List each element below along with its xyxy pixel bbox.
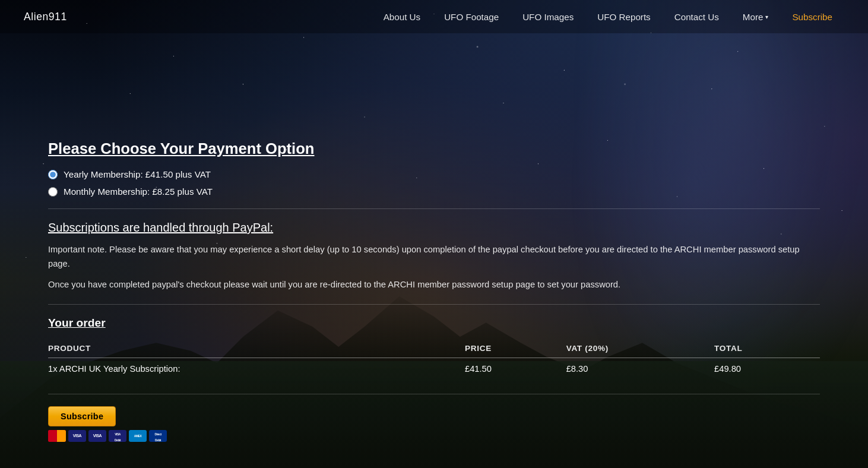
visa-icon-2: VISA (88, 430, 106, 442)
direct-debit-icon: DirectDebit (149, 430, 167, 442)
nav-item-subscribe: Subscribe (780, 8, 844, 26)
nav-link-contact[interactable]: Contact Us (663, 8, 731, 26)
yearly-radio[interactable] (48, 170, 58, 179)
divider-1 (48, 208, 820, 209)
vat-header: VAT (20%) (566, 339, 714, 358)
nav-link-footage[interactable]: UFO Footage (432, 8, 511, 26)
order-heading: Your order (48, 317, 820, 330)
nav-link-reports[interactable]: UFO Reports (585, 8, 662, 26)
dropdown-arrow-icon: ▾ (765, 14, 768, 20)
yearly-membership-option[interactable]: Yearly Membership: £41.50 plus VAT (48, 169, 820, 179)
total-cell: £49.80 (714, 358, 820, 380)
paypal-note-2: Once you have completed paypal's checkou… (48, 278, 820, 292)
divider-2 (48, 304, 820, 305)
payment-options: Yearly Membership: £41.50 plus VAT Month… (48, 169, 820, 197)
brand-logo[interactable]: Alien911 (24, 11, 67, 23)
vat-cell: £8.30 (566, 358, 714, 380)
nav-item-contact: Contact Us (663, 8, 731, 26)
subscribe-btn-wrapper: Subscribe VISA VISA VISADebit AMEX Dir (48, 406, 820, 442)
nav-item-more: More ▾ (731, 8, 781, 26)
nav-item-about: About Us (372, 8, 432, 26)
nav-link-more[interactable]: More ▾ (731, 8, 781, 26)
product-cell: 1x ARCHI UK Yearly Subscription: (48, 358, 465, 380)
total-header: TOTAL (714, 339, 820, 358)
monthly-membership-option[interactable]: Monthly Membership: £8.25 plus VAT (48, 186, 820, 197)
visa-debit-icon: VISADebit (109, 430, 126, 442)
paypal-note-1: Important note. Please be aware that you… (48, 243, 820, 271)
paypal-heading: Subscriptions are handled through PayPal… (48, 221, 820, 235)
more-label: More (743, 12, 764, 22)
price-header: PRICE (465, 339, 566, 358)
monthly-radio[interactable] (48, 187, 58, 197)
nav-links: About Us UFO Footage UFO Images UFO Repo… (372, 8, 844, 26)
nav-item-images: UFO Images (511, 8, 585, 26)
table-header-row: PRODUCT PRICE VAT (20%) TOTAL (48, 339, 820, 358)
paypal-subscribe-button[interactable]: Subscribe (48, 406, 116, 426)
order-table: PRODUCT PRICE VAT (20%) TOTAL 1x ARCHI U… (48, 339, 820, 380)
payment-card-icons: VISA VISA VISADebit AMEX DirectDebit (48, 430, 820, 442)
nav-item-reports: UFO Reports (585, 8, 662, 26)
divider-3 (48, 394, 820, 394)
payment-heading: Please Choose Your Payment Option (48, 140, 820, 157)
order-row-1: 1x ARCHI UK Yearly Subscription: £41.50 … (48, 358, 820, 380)
product-header: PRODUCT (48, 339, 465, 358)
visa-icon-1: VISA (68, 430, 86, 442)
yearly-label: Yearly Membership: £41.50 plus VAT (64, 169, 211, 179)
maestro-icon (48, 430, 66, 442)
nav-link-about[interactable]: About Us (372, 8, 432, 26)
nav-item-footage: UFO Footage (432, 8, 511, 26)
price-cell: £41.50 (465, 358, 566, 380)
navbar: Alien911 About Us UFO Footage UFO Images… (0, 0, 868, 33)
main-content: Please Choose Your Payment Option Yearly… (24, 33, 844, 468)
amex-icon: AMEX (129, 430, 147, 442)
nav-link-subscribe[interactable]: Subscribe (780, 8, 844, 26)
nav-link-images[interactable]: UFO Images (511, 8, 585, 26)
monthly-label: Monthly Membership: £8.25 plus VAT (64, 186, 213, 197)
